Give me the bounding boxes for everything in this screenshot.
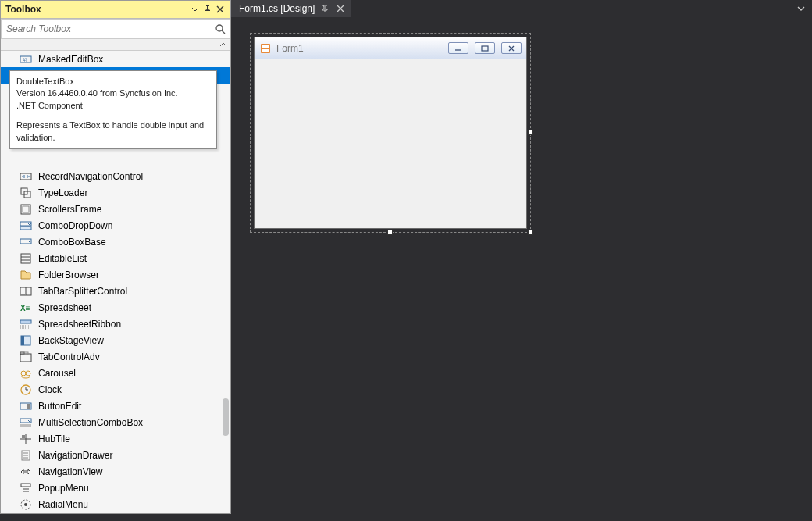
svg-rect-10 xyxy=(23,206,29,212)
svg-rect-57 xyxy=(482,46,488,51)
toolbox-item-icon xyxy=(20,367,32,380)
design-area: Form1.cs [Design] Form1 xyxy=(231,0,812,521)
toolbox-item[interactable]: ComboBoxBase xyxy=(1,234,230,250)
svg-rect-54 xyxy=(262,45,269,48)
form-close-button[interactable] xyxy=(501,42,522,54)
toolbox-item[interactable]: Clock xyxy=(1,381,230,398)
designer-canvas[interactable]: Form1 xyxy=(242,25,804,513)
toolbox-item[interactable]: PopupMenu xyxy=(1,480,230,496)
toolbox-panel: Toolbox #IMaskedEditBox1.1DoubleTextBoxR… xyxy=(0,0,231,514)
minimize-button[interactable] xyxy=(448,42,468,54)
toolbox-item[interactable]: ComboDropDown xyxy=(1,217,230,234)
svg-rect-25 xyxy=(21,336,24,345)
svg-rect-14 xyxy=(21,254,30,263)
resize-handle-bottom-right[interactable] xyxy=(528,230,533,235)
toolbox-item-icon xyxy=(20,416,32,429)
toolbox-item-label: SpreadsheetRibbon xyxy=(38,319,121,330)
toolbox-dropdown-icon[interactable] xyxy=(190,4,201,15)
tooltip-component: .NET Component xyxy=(16,100,210,112)
resize-handle-bottom[interactable] xyxy=(387,230,393,235)
svg-rect-13 xyxy=(20,239,31,244)
toolbox-item[interactable]: BackStageView xyxy=(1,332,230,348)
tab-pin-icon[interactable] xyxy=(319,3,330,14)
tab-strip-end xyxy=(351,0,812,17)
tab-close-icon[interactable] xyxy=(335,3,346,14)
search-input[interactable] xyxy=(2,20,211,37)
form-body[interactable] xyxy=(255,59,526,228)
toolbox-item-icon xyxy=(20,433,32,445)
form-window[interactable]: Form1 xyxy=(254,37,527,229)
toolbox-item[interactable]: ButtonEdit xyxy=(1,398,230,414)
pin-icon[interactable] xyxy=(202,4,213,15)
svg-rect-21 xyxy=(20,320,31,323)
tab-form1-design[interactable]: Form1.cs [Design] xyxy=(231,0,351,17)
toolbox-item-icon xyxy=(20,466,32,478)
toolbox-item-icon xyxy=(20,236,32,248)
close-icon[interactable] xyxy=(215,4,226,15)
toolbox-item-label: ButtonEdit xyxy=(38,401,81,412)
toolbox-item[interactable]: ScrollersFrame xyxy=(1,201,230,217)
toolbox-item-icon xyxy=(20,252,32,265)
toolbox-item-label: HubTile xyxy=(38,434,70,444)
toolbox-item[interactable]: TypeLoader xyxy=(1,184,230,201)
toolbox-item[interactable]: X≡Spreadsheet xyxy=(1,299,230,316)
svg-text:#I: #I xyxy=(23,57,27,62)
toolbox-item[interactable]: TabControlAdv xyxy=(1,348,230,365)
toolbox-item-icon xyxy=(20,384,32,396)
toolbox-item-label: NavigationDrawer xyxy=(38,450,112,461)
toolbox-item-label: MaskedEditBox xyxy=(38,54,103,65)
svg-rect-55 xyxy=(262,49,269,52)
toolbox-item-icon xyxy=(20,400,32,412)
tab-strip: Form1.cs [Design] xyxy=(231,0,812,17)
toolbox-header: Toolbox xyxy=(1,1,230,19)
tab-label: Form1.cs [Design] xyxy=(239,3,315,14)
svg-line-1 xyxy=(222,30,225,34)
toolbox-item[interactable]: TabBarSplitterControl xyxy=(1,283,230,299)
search-icon[interactable] xyxy=(211,20,230,38)
toolbox-item[interactable]: SpreadsheetRibbon xyxy=(1,316,230,332)
toolbox-item[interactable]: RecordNavigationControl xyxy=(1,168,230,184)
toolbox-item-label: TabBarSplitterControl xyxy=(38,286,127,297)
toolbox-item-icon xyxy=(20,219,32,232)
svg-rect-19 xyxy=(20,294,26,295)
form-title: Form1 xyxy=(276,43,442,54)
toolbox-item-icon xyxy=(20,187,32,199)
toolbox-item-label: MultiSelectionComboBox xyxy=(38,417,143,428)
toolbox-item-icon xyxy=(20,498,32,511)
toolbox-item-label: Clock xyxy=(38,384,62,395)
toolbox-item[interactable]: HubTile xyxy=(1,430,230,447)
toolbox-item[interactable]: RadialMenu xyxy=(1,496,230,512)
toolbox-item[interactable]: NavigationDrawer xyxy=(1,447,230,463)
tooltip-version: Version 16.4460.0.40 from Syncfusion Inc… xyxy=(16,87,210,99)
toolbox-item-icon: X≡ xyxy=(20,302,32,314)
toolbox-item-label: TypeLoader xyxy=(38,187,87,198)
toolbox-item-icon xyxy=(20,285,32,298)
toolbox-header-controls xyxy=(190,4,226,15)
toolbox-item[interactable]: #IMaskedEditBox xyxy=(1,51,230,67)
toolbox-item[interactable]: NavigationView xyxy=(1,463,230,480)
svg-rect-41 xyxy=(22,435,25,438)
toolbox-item-label: Spreadsheet xyxy=(38,302,91,313)
toolbox-item[interactable]: Carousel xyxy=(1,365,230,381)
toolbox-item[interactable]: MultiSelectionComboBox xyxy=(1,414,230,430)
resize-handle-right[interactable] xyxy=(528,130,533,135)
toolbox-item-icon: #I xyxy=(20,53,32,66)
tab-dropdown-icon[interactable] xyxy=(795,2,807,15)
svg-text:X≡: X≡ xyxy=(20,304,30,312)
toolbox-item-label: FolderBrowser xyxy=(38,269,99,280)
toolbox-item-label: ComboBoxBase xyxy=(38,237,106,248)
toolbox-item-label: NavigationView xyxy=(38,466,103,477)
toolbox-item[interactable]: RadialSlider xyxy=(1,512,230,513)
form-selection-outline[interactable]: Form1 xyxy=(250,33,531,233)
svg-point-29 xyxy=(21,371,26,376)
toolbox-item[interactable]: FolderBrowser xyxy=(1,266,230,283)
toolbox-item-label: BackStageView xyxy=(38,335,104,346)
toolbox-item[interactable]: EditableList xyxy=(1,250,230,266)
toolbox-item-icon xyxy=(20,482,32,494)
scroll-up-arrow[interactable] xyxy=(1,39,230,51)
toolbox-item-label: TabControlAdv xyxy=(38,351,100,362)
svg-rect-36 xyxy=(20,419,31,423)
maximize-button[interactable] xyxy=(475,42,495,54)
toolbox-item-icon xyxy=(20,170,32,183)
svg-point-0 xyxy=(216,25,223,31)
